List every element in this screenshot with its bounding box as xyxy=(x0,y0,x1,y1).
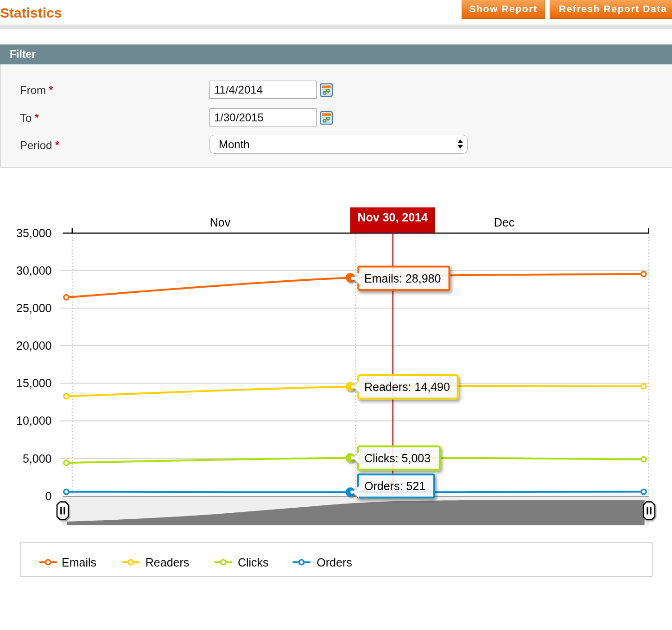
svg-text:Nov 30, 2014: Nov 30, 2014 xyxy=(357,211,428,224)
svg-text:Readers: 14,490: Readers: 14,490 xyxy=(364,380,450,393)
svg-text:0: 0 xyxy=(45,490,52,503)
svg-text:35,000: 35,000 xyxy=(16,227,51,239)
svg-text:15,000: 15,000 xyxy=(16,377,51,390)
svg-text:Readers: Readers xyxy=(146,556,190,569)
svg-text:Dec: Dec xyxy=(494,216,514,229)
svg-text:Clicks: 5,003: Clicks: 5,003 xyxy=(364,452,431,465)
svg-text:10,000: 10,000 xyxy=(16,414,51,427)
svg-text:Clicks: Clicks xyxy=(238,556,269,569)
svg-text:30,000: 30,000 xyxy=(16,264,51,277)
svg-text:Nov: Nov xyxy=(210,216,231,229)
svg-text:Emails: 28,980: Emails: 28,980 xyxy=(364,272,441,285)
svg-text:5,000: 5,000 xyxy=(23,452,52,465)
svg-text:20,000: 20,000 xyxy=(16,339,51,352)
svg-text:25,000: 25,000 xyxy=(16,302,51,315)
svg-text:Orders: Orders xyxy=(317,556,352,569)
svg-text:Orders: 521: Orders: 521 xyxy=(364,479,425,492)
svg-text:Emails: Emails xyxy=(62,556,96,569)
